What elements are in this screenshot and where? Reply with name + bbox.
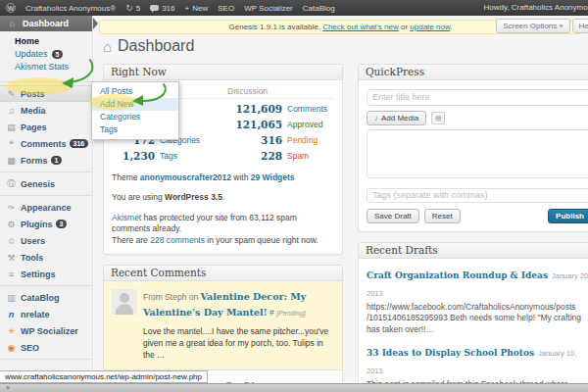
dashboard-submenu-item[interactable]: Akismet Stats — [0, 61, 92, 74]
close-icon[interactable]: × — [6, 384, 10, 391]
recent-drafts-header[interactable]: Recent Drafts — [359, 243, 588, 259]
admin-bar-comments[interactable]: 316 — [150, 4, 174, 13]
wordpress-logo-menu[interactable]: W — [6, 3, 16, 13]
nag-or: or — [401, 23, 408, 31]
sidebar-menu-item[interactable]: ❝ Comments 316 — [0, 135, 92, 152]
sidebar-menu-item[interactable]: ⚙ Plugins 3 — [0, 216, 92, 232]
sidebar-menu-item[interactable]: ☺ Users — [0, 232, 92, 249]
quickpress-tags-input[interactable] — [367, 188, 588, 203]
stat-count[interactable]: 1,230 — [112, 150, 155, 162]
save-draft-button[interactable]: Save Draft — [367, 209, 419, 223]
settings-icon: ≡ — [5, 270, 18, 279]
recent-comments-header[interactable]: Recent Comments — [104, 266, 342, 281]
theme-link[interactable]: anonymouscrafter2012 — [140, 172, 231, 182]
sidebar-menu-item[interactable]: ▥ CataBlog — [0, 289, 92, 306]
right-now-header[interactable]: Right Now — [104, 65, 342, 80]
dashboard-submenu-item[interactable]: Home — [0, 35, 92, 48]
menu-separator — [0, 172, 92, 172]
draft-title-link[interactable]: Craft Organization Roundup & Ideas — [367, 270, 548, 280]
wordpress-admin-window: W Craftaholics Anonymous® ↻ 5 316 + New … — [0, 0, 588, 392]
sidebar-menu-item[interactable]: ◉ SEO — [0, 339, 92, 356]
discussion-stat-row: 316 Pending — [227, 132, 334, 148]
wp-socializer-icon: ☀ — [5, 326, 18, 336]
updates-count: 5 — [136, 4, 140, 13]
menu-separator — [0, 195, 92, 196]
version-line: You are using WordPress 3.5. — [112, 192, 334, 203]
admin-bar-howdy[interactable]: Howdy, Craftaholics Anonymous® — [484, 0, 588, 16]
reset-button[interactable]: Reset — [424, 209, 461, 223]
admin-bar-plugin-menu: SEOWP SocializerCataBlog — [218, 4, 334, 13]
updates-icon: ↻ — [125, 4, 133, 12]
sidebar-menu-item[interactable]: ▤ Pages — [0, 119, 92, 135]
discussion-stat-row: 228 Spam — [227, 148, 334, 164]
comment-hash-link[interactable]: # — [268, 308, 276, 318]
akismet-link[interactable]: Akismet — [112, 213, 141, 222]
quickpress-content-textarea[interactable] — [367, 129, 588, 178]
admin-bar-new[interactable]: + New — [185, 4, 209, 13]
quickpress-header[interactable]: QuickPress — [359, 65, 588, 80]
count-badge: 3 — [56, 220, 68, 228]
sidebar-menu-item[interactable]: ≡ Settings — [0, 266, 92, 282]
add-media-button[interactable]: ♪ Add Media — [367, 111, 426, 125]
sidebar-menu-item[interactable]: n nrelate — [0, 306, 92, 322]
admin-bar-menu-item[interactable]: CataBlog — [303, 4, 335, 13]
comment-excerpt: Love the mantel....I have the same pitch… — [143, 325, 334, 361]
count-badge: 316 — [70, 139, 89, 148]
spam-queue-link[interactable]: 228 comments — [150, 235, 205, 245]
stat-count[interactable]: 121,609 — [227, 103, 282, 115]
sidebar-menu-item[interactable]: ♫ Media — [0, 102, 92, 119]
flyout-menu-item[interactable]: Add New — [92, 98, 178, 111]
admin-bar: W Craftaholics Anonymous® ↻ 5 316 + New … — [0, 0, 588, 16]
media-icon: ♪ — [374, 114, 378, 122]
help-button[interactable]: Help — [572, 19, 588, 33]
dashboard-right-column: QuickPress ♪ Add Media ▤ Save Draft — [358, 64, 588, 392]
sidebar-item-dashboard[interactable]: ⌂ Dashboard — [0, 16, 92, 31]
sidebar-menu-item[interactable]: ▦ Forms 1 — [0, 152, 92, 169]
whats-new-link[interactable]: Check out what's new — [322, 23, 399, 31]
stat-count[interactable]: 228 — [227, 150, 282, 162]
recent-drafts-list: Craft Organization Roundup & IdeasJanuar… — [359, 259, 588, 392]
admin-bar-site-name[interactable]: Craftaholics Anonymous® — [25, 4, 116, 13]
admin-bar-updates[interactable]: ↻ 5 — [125, 4, 140, 13]
screen-options-button[interactable]: Screen Options ▾ — [496, 19, 569, 33]
publish-button[interactable]: Publish — [548, 209, 588, 223]
stat-label[interactable]: Pending — [287, 135, 318, 145]
wordpress-logo-icon: W — [6, 3, 16, 13]
plugins-icon: ⚙ — [5, 220, 18, 229]
editor-mode-icon[interactable]: ▤ — [431, 112, 445, 124]
new-label: New — [192, 4, 208, 13]
sidebar-menu-item[interactable]: ☀ WP Socializer — [0, 322, 92, 339]
sidebar-menu-item[interactable]: ⚒ Tools — [0, 249, 92, 266]
forms-icon: ▦ — [5, 156, 18, 166]
draft-title-link[interactable]: 33 Ideas to Display School Photos — [367, 348, 534, 358]
sidebar-menu-item[interactable]: ✎ Posts — [0, 85, 92, 102]
nrelate-icon: n — [5, 310, 18, 319]
stat-label[interactable]: Tags — [160, 151, 177, 161]
admin-bar-menu-item[interactable]: WP Socializer — [244, 4, 293, 13]
sidebar-menu-item[interactable]: ✑ Appearance — [0, 199, 92, 216]
seo-icon: ◉ — [5, 343, 18, 353]
flyout-menu-item[interactable]: All Posts — [92, 85, 178, 98]
dashboard-submenu-item[interactable]: Updates 5 — [0, 48, 92, 61]
quickpress-title-input[interactable] — [367, 89, 588, 106]
comment-meta: From Steph on Valentine Decor: My Valent… — [143, 289, 334, 320]
stat-label[interactable]: Comments — [287, 104, 327, 114]
update-now-link[interactable]: update now — [410, 23, 450, 31]
genesis-icon: Ⓖ — [5, 177, 18, 190]
stat-count[interactable]: 316 — [227, 134, 282, 146]
stat-label[interactable]: Approved — [287, 120, 322, 129]
comment-bubble-icon — [150, 5, 159, 11]
catablog-icon: ▥ — [5, 293, 18, 303]
stat-label[interactable]: Spam — [287, 151, 309, 161]
stat-count[interactable]: 121,065 — [227, 119, 282, 130]
widgets-link[interactable]: 29 Widgets — [251, 172, 295, 182]
appearance-icon: ✑ — [5, 203, 18, 213]
tools-icon: ⚒ — [5, 253, 18, 263]
sidebar-menu-item[interactable]: Ⓖ Genesis — [0, 175, 92, 192]
flyout-menu-item[interactable]: Categories — [92, 111, 178, 123]
admin-bar-menu-item[interactable]: SEO — [218, 4, 234, 13]
screen-options-label: Screen Options — [503, 22, 557, 30]
browser-status-url: www.craftaholicsanonymous.net/wp-admin/p… — [0, 370, 208, 383]
avatar — [112, 289, 137, 315]
flyout-menu-item[interactable]: Tags — [92, 123, 178, 136]
